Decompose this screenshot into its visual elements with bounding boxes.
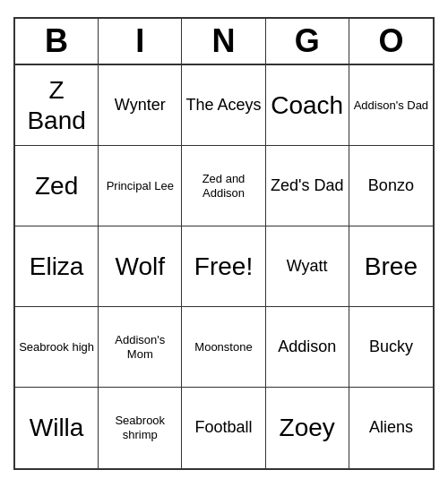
bingo-cell: Zed and Addison [182,146,265,226]
bingo-cell: Seabrook shrimp [99,388,182,468]
bingo-cell: The Aceys [182,65,265,146]
bingo-cell: Moonstone [182,307,265,388]
bingo-header-letter: I [99,19,182,64]
bingo-header: BINGO [15,19,433,65]
bingo-cell-text: Wynter [115,96,166,115]
bingo-cell-text: Willa [30,413,84,443]
bingo-cell: Z Band [15,65,99,146]
bingo-cell-text: Zoey [280,413,335,443]
bingo-header-letter: G [266,19,349,64]
bingo-cell: Wyatt [266,226,349,307]
bingo-cell-text: Coach [271,90,343,121]
bingo-cell-text: Addison [278,337,336,357]
bingo-cell-text: Zed's Dad [271,176,343,196]
bingo-cell-text: Free! [194,252,253,282]
bingo-cell: Wynter [99,65,182,146]
bingo-cell-text: Bucky [369,337,413,357]
bingo-cell-text: Bree [365,252,418,282]
bingo-cell: Wolf [99,226,182,307]
bingo-cell-text: The Aceys [185,96,261,115]
bingo-cell-text: Z Band [19,75,94,135]
bingo-header-letter: O [349,19,433,64]
bingo-cell: Addison's Dad [349,65,433,146]
bingo-cell: Seabrook high [15,307,99,388]
bingo-cell-text: Wyatt [287,257,328,277]
bingo-cell: Willa [15,388,99,468]
bingo-cell: Zed's Dad [266,146,349,226]
bingo-header-letter: B [15,19,99,64]
bingo-cell-text: Moonstone [194,340,252,355]
bingo-cell: Coach [266,65,349,146]
bingo-cell-text: Aliens [369,418,413,438]
bingo-cell-text: Zed and Addison [185,172,261,200]
bingo-cell-text: Eliza [30,252,84,282]
bingo-cell: Bree [349,226,433,307]
bingo-cell: Principal Lee [99,146,182,226]
bingo-cell-text: Wolf [116,252,166,282]
bingo-cell: Free! [182,226,265,307]
bingo-cell: Football [182,388,265,468]
bingo-cell: Eliza [15,226,99,307]
bingo-cell: Zed [15,146,99,226]
bingo-cell: Addison's Mom [99,307,182,388]
bingo-cell-text: Seabrook high [19,340,94,355]
bingo-cell-text: Zed [35,171,78,201]
bingo-cell-text: Addison's Mom [102,333,177,361]
bingo-card: BINGO Z BandWynterThe AceysCoachAddison'… [13,17,435,470]
bingo-cell: Bonzo [349,146,433,226]
bingo-cell: Aliens [349,388,433,468]
bingo-cell-text: Principal Lee [107,179,174,193]
bingo-cell-text: Bonzo [368,176,414,196]
bingo-cell-text: Seabrook shrimp [102,414,177,441]
bingo-cell-text: Football [194,418,252,438]
bingo-cell: Zoey [266,388,349,468]
bingo-header-letter: N [182,19,265,64]
bingo-cell-text: Addison's Dad [354,98,428,113]
bingo-cell: Addison [266,307,349,388]
bingo-grid: Z BandWynterThe AceysCoachAddison's DadZ… [15,65,433,468]
bingo-cell: Bucky [349,307,433,388]
